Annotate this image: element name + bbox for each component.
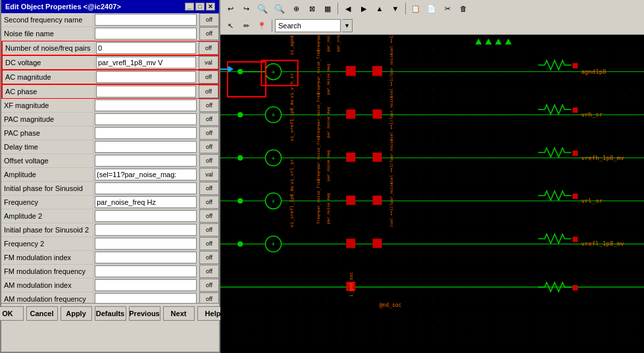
select-button[interactable]: ↖ [223, 18, 237, 33]
minimize-button[interactable]: _ [185, 3, 194, 11]
prop-input-9[interactable] [95, 141, 197, 153]
prop-input-7[interactable] [95, 113, 197, 125]
property-row-17: FM modulation indexoff [1, 251, 219, 265]
prop-input-12[interactable] [95, 182, 197, 194]
search-input[interactable] [275, 19, 341, 32]
grid-button[interactable]: ▦ [320, 1, 335, 16]
prop-input-cell-5 [95, 85, 197, 98]
toolbar-row-2: ↖ ✏ 📍 ▼ [220, 17, 644, 34]
prop-input-4[interactable] [96, 71, 196, 83]
cut-button[interactable]: ✂ [440, 1, 455, 16]
prop-input-8[interactable] [95, 127, 197, 139]
copy-button[interactable]: 📋 [409, 1, 423, 16]
zoom-box-button[interactable]: ⊠ [305, 1, 319, 16]
paste-button[interactable]: 📄 [424, 1, 439, 16]
pan-down-button[interactable]: ▼ [388, 1, 403, 16]
val-button-3[interactable]: val [199, 56, 218, 69]
delete-button[interactable]: 🗑 [456, 1, 470, 16]
prop-input-16[interactable] [95, 238, 197, 250]
prop-input-13[interactable] [95, 196, 197, 208]
pan-right-button[interactable]: ▶ [357, 1, 371, 16]
prop-label-0: Second frequency name [1, 13, 93, 26]
next-button[interactable]: Next [163, 306, 195, 321]
off-button-9[interactable]: off [199, 140, 219, 153]
off-button-7[interactable]: off [199, 113, 219, 126]
prop-label-4: AC magnitude [3, 70, 95, 84]
prop-input-19[interactable] [95, 279, 197, 291]
off-button-14[interactable]: off [199, 209, 219, 223]
prop-input-1[interactable] [95, 28, 197, 40]
defaults-button[interactable]: Defaults [95, 306, 126, 321]
svg-text:freq=par_noise_freq: freq=par_noise_freq [316, 136, 321, 181]
prop-input-10[interactable] [95, 155, 197, 167]
cancel-button[interactable]: Cancel [26, 306, 58, 321]
off-button-5[interactable]: off [199, 85, 218, 98]
off-button-0[interactable]: off [199, 13, 219, 26]
property-row-2: Number of noise/freq pairsoff [1, 41, 219, 55]
off-button-18[interactable]: off [199, 265, 219, 278]
zoom-in-button[interactable]: 🔍 [255, 1, 270, 16]
off-button-20[interactable]: off [199, 292, 219, 303]
off-button-17[interactable]: off [199, 251, 219, 264]
maximize-button[interactable]: □ [195, 3, 205, 11]
prop-input-0[interactable] [95, 14, 197, 26]
prop-label-3: DC voltage [3, 56, 95, 69]
off-button-16[interactable]: off [199, 237, 219, 250]
search-dropdown[interactable]: ▼ [342, 19, 353, 32]
off-button-4[interactable]: off [199, 70, 218, 84]
dialog-scroll-area[interactable]: Second frequency nameoffNoise file nameo… [1, 13, 219, 303]
pan-left-button[interactable]: ◀ [341, 1, 355, 16]
svg-rect-33 [372, 238, 382, 248]
prop-input-cell-16 [93, 237, 198, 250]
schematic-canvas: ➜ [220, 35, 644, 353]
property-row-10: Offset voltageoff [1, 154, 219, 168]
property-row-11: Amplitudeval [1, 168, 219, 182]
redo-button[interactable]: ↪ [239, 1, 253, 16]
prop-input-cell-15 [93, 223, 198, 236]
off-button-13[interactable]: off [199, 196, 219, 209]
prop-input-18[interactable] [95, 265, 197, 277]
close-button[interactable]: ✕ [206, 3, 215, 11]
off-button-6[interactable]: off [199, 99, 219, 112]
off-button-15[interactable]: off [199, 223, 219, 236]
prop-input-cell-2 [95, 41, 197, 55]
svg-point-11 [237, 198, 243, 204]
property-row-4: AC magnitudeoff [1, 70, 219, 84]
prop-input-20[interactable] [95, 293, 197, 303]
prop-input-3[interactable] [96, 57, 196, 68]
ok-button[interactable]: OK [0, 306, 24, 321]
zoom-fit-button[interactable]: ⊕ [289, 1, 303, 16]
prop-input-6[interactable] [95, 99, 197, 111]
svg-rect-25 [372, 67, 382, 76]
pin-button[interactable]: 📍 [255, 18, 269, 33]
prop-input-2[interactable] [96, 42, 196, 54]
prop-input-17[interactable] [95, 252, 197, 263]
svg-rect-32 [346, 238, 355, 248]
previous-button[interactable]: Previous [129, 306, 161, 321]
prop-input-5[interactable] [96, 86, 196, 97]
off-button-10[interactable]: off [199, 154, 219, 167]
off-button-8[interactable]: off [199, 126, 219, 140]
zoom-out-button[interactable]: 🔍 [272, 1, 287, 16]
prop-label-18: FM modulation frequency [1, 265, 93, 278]
prop-input-15[interactable] [95, 224, 197, 236]
off-button-1[interactable]: off [199, 27, 219, 40]
prop-input-11[interactable] [95, 169, 197, 180]
svg-rect-40 [572, 285, 578, 290]
property-row-1: Noise file nameoff [1, 27, 219, 41]
property-row-18: FM modulation frequencyoff [1, 265, 219, 279]
pan-up-button[interactable]: ▲ [372, 1, 387, 16]
prop-label-1: Noise file name [1, 27, 93, 40]
schematic-area: ↩ ↪ 🔍 🔍 ⊕ ⊠ ▦ ◀ ▶ ▲ ▼ 📋 📄 ✂ 🗑 [220, 0, 644, 353]
prop-input-14[interactable] [95, 210, 197, 222]
off-button-19[interactable]: off [199, 279, 219, 292]
apply-button[interactable]: Apply [61, 306, 92, 321]
undo-button[interactable]: ↩ [223, 1, 237, 16]
val-button-11[interactable]: val [199, 168, 219, 181]
svg-text:par_noise_mag: par_noise_mag [326, 149, 331, 180]
off-button-2[interactable]: off [199, 41, 218, 55]
off-button-12[interactable]: off [199, 182, 219, 195]
edit-button[interactable]: ✏ [239, 18, 253, 33]
blue-arrow-container [220, 63, 234, 76]
svg-point-9 [237, 112, 243, 117]
